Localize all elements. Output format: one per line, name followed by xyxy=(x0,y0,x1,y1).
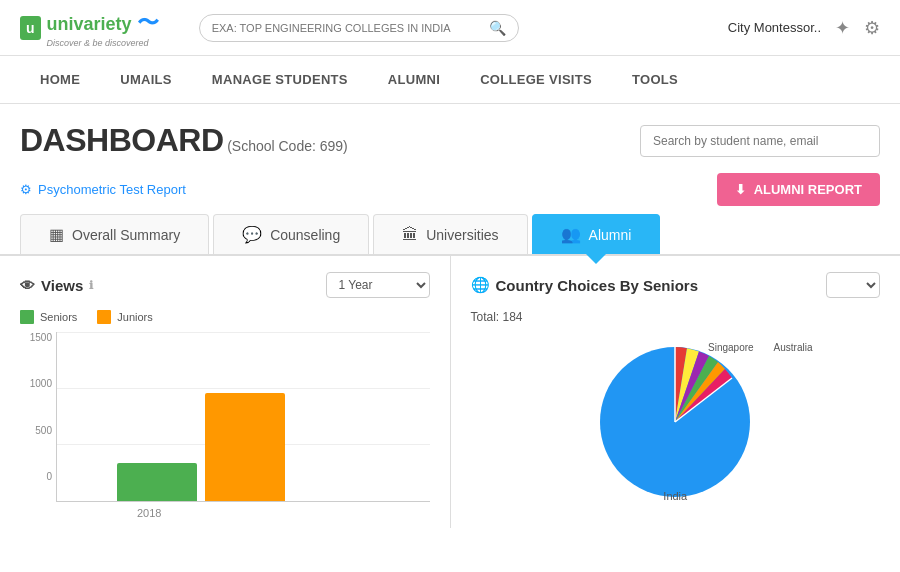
psychometric-link[interactable]: ⚙ Psychometric Test Report xyxy=(20,182,186,197)
page-title: DASHBOARD xyxy=(20,122,224,158)
country-panel-header: 🌐 Country Choices By Seniors xyxy=(471,272,881,298)
nav-home[interactable]: HOME xyxy=(20,58,100,101)
country-panel: 🌐 Country Choices By Seniors Total: 184 xyxy=(451,256,901,528)
y-label-1000: 1000 xyxy=(20,378,52,389)
chart-legend: Seniors Juniors xyxy=(20,310,430,324)
logo-u-box: u xyxy=(20,16,41,40)
pie-labels: Singapore Australia xyxy=(708,342,813,353)
global-search-input[interactable] xyxy=(212,22,489,34)
content-area: 👁 Views ℹ 1 Year 6 Months 3 Months Senio… xyxy=(0,255,900,528)
tab-counseling[interactable]: 💬 Counseling xyxy=(213,214,369,254)
seniors-label: Seniors xyxy=(40,311,77,323)
nav-college-visits[interactable]: COLLEGE VISITS xyxy=(460,58,612,101)
australia-label: Australia xyxy=(774,342,813,353)
views-title: 👁 Views ℹ xyxy=(20,277,93,294)
y-label-0: 0 xyxy=(20,471,52,482)
school-name: City Montessor.. xyxy=(728,20,821,35)
y-axis: 1500 1000 500 0 xyxy=(20,332,56,482)
juniors-color-dot xyxy=(97,310,111,324)
juniors-bar xyxy=(205,393,285,501)
alumni-report-button[interactable]: ⬇ ALUMNI REPORT xyxy=(717,173,880,206)
bank-icon: 🏛 xyxy=(402,226,418,244)
search-icon[interactable]: 🔍 xyxy=(489,20,506,36)
legend-juniors: Juniors xyxy=(97,310,152,324)
tab-overall-summary[interactable]: ▦ Overall Summary xyxy=(20,214,209,254)
dashboard-title-group: DASHBOARD (School Code: 699) xyxy=(20,122,348,159)
gear-icon[interactable]: ⚙ xyxy=(864,17,880,39)
tab-counseling-label: Counseling xyxy=(270,227,340,243)
main-nav: HOME UMAILS MANAGE STUDENTS ALUMNI COLLE… xyxy=(0,56,900,104)
tab-universities[interactable]: 🏛 Universities xyxy=(373,214,527,254)
singapore-label: Singapore xyxy=(708,342,754,353)
views-panel: 👁 Views ℹ 1 Year 6 Months 3 Months Senio… xyxy=(0,256,451,528)
nav-alumni[interactable]: ALUMNI xyxy=(368,58,460,101)
table-icon: ▦ xyxy=(49,225,64,244)
y-label-1500: 1500 xyxy=(20,332,52,343)
download-icon: ⬇ xyxy=(735,182,746,197)
student-search-input[interactable] xyxy=(640,125,880,157)
pie-chart-container: Singapore Australia India xyxy=(471,332,881,512)
dashboard-header: DASHBOARD (School Code: 699) xyxy=(0,104,900,169)
logo-name: univariety 〜 xyxy=(47,14,159,34)
people-icon: 👥 xyxy=(561,225,581,244)
logo-bird-icon: 〜 xyxy=(137,10,159,35)
psychometric-row: ⚙ Psychometric Test Report ⬇ ALUMNI REPO… xyxy=(0,169,900,214)
header: u univariety 〜 Discover & be discovered … xyxy=(0,0,900,56)
bar-chart-container: 1500 1000 500 0 2018 xyxy=(20,332,430,502)
juniors-label: Juniors xyxy=(117,311,152,323)
tab-universities-label: Universities xyxy=(426,227,498,243)
header-right: City Montessor.. ✦ ⚙ xyxy=(728,17,880,39)
globe-icon: 🌐 xyxy=(471,276,490,294)
psychometric-link-text[interactable]: Psychometric Test Report xyxy=(38,182,186,197)
eye-icon: 👁 xyxy=(20,277,35,294)
year-select[interactable]: 1 Year 6 Months 3 Months xyxy=(326,272,430,298)
country-title: 🌐 Country Choices By Seniors xyxy=(471,276,699,294)
tab-alumni-label: Alumni xyxy=(589,227,632,243)
nav-manage-students[interactable]: MANAGE STUDENTS xyxy=(192,58,368,101)
y-label-500: 500 xyxy=(20,425,52,436)
views-panel-header: 👁 Views ℹ 1 Year 6 Months 3 Months xyxy=(20,272,430,298)
alumni-report-label: ALUMNI REPORT xyxy=(754,182,862,197)
logo: u univariety 〜 Discover & be discovered xyxy=(20,8,159,48)
legend-seniors: Seniors xyxy=(20,310,77,324)
school-code: (School Code: 699) xyxy=(227,138,348,154)
nav-umails[interactable]: UMAILS xyxy=(100,58,192,101)
logo-text-group: univariety 〜 Discover & be discovered xyxy=(47,8,159,48)
bar-chart-area: 2018 xyxy=(56,332,430,502)
seniors-bar xyxy=(117,463,197,501)
tab-overall-label: Overall Summary xyxy=(72,227,180,243)
logo-name-part2: variety xyxy=(74,14,132,34)
seniors-color-dot xyxy=(20,310,34,324)
logo-name-part1: uni xyxy=(47,14,74,34)
x-label-2018: 2018 xyxy=(137,507,161,519)
bar-group-2018 xyxy=(117,393,285,501)
tabs-bar: ▦ Overall Summary 💬 Counseling 🏛 Univers… xyxy=(0,214,900,255)
logo-tagline: Discover & be discovered xyxy=(47,38,159,48)
tab-alumni[interactable]: 👥 Alumni xyxy=(532,214,661,254)
gear-small-icon: ⚙ xyxy=(20,182,32,197)
compass-icon[interactable]: ✦ xyxy=(835,17,850,39)
india-label: India xyxy=(663,490,687,502)
global-search-bar[interactable]: 🔍 xyxy=(199,14,519,42)
nav-tools[interactable]: TOOLS xyxy=(612,58,698,101)
chat-icon: 💬 xyxy=(242,225,262,244)
info-icon: ℹ xyxy=(89,279,93,292)
country-year-select[interactable] xyxy=(826,272,880,298)
